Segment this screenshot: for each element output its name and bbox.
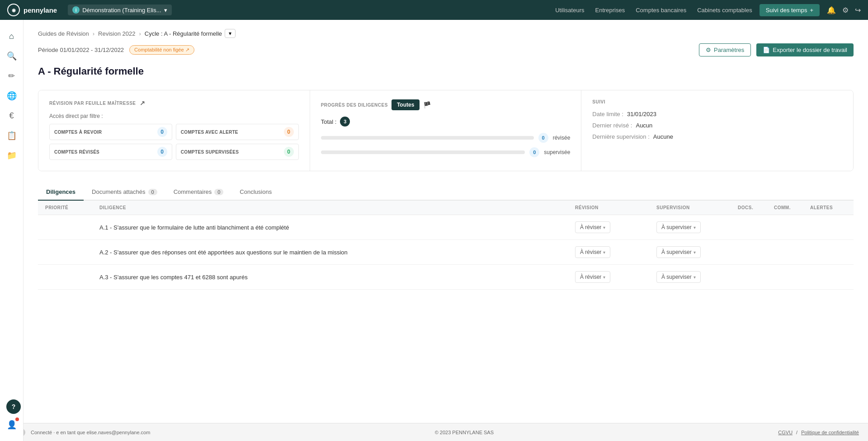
acces-label: Accès direct par filtre : (49, 113, 299, 119)
chevron-down-icon: ▾ (603, 275, 605, 280)
sidebar-item-edit[interactable]: ✏ (3, 67, 21, 85)
nav-comptes-bancaires[interactable]: Comptes bancaires (636, 7, 686, 14)
filter-comptes-supervises[interactable]: COMPTES SUPERVISÉES 0 (176, 144, 299, 160)
progress-row-revisee: 0 révisée (321, 133, 571, 143)
external-link-icon[interactable]: ↗ (140, 99, 146, 107)
top-navigation: ◉ pennylane i Démonstration (Training El… (0, 0, 868, 20)
row1-supervision: À superviser ▾ (656, 221, 738, 233)
logo-icon: ◉ (7, 4, 20, 16)
demo-selector[interactable]: i Démonstration (Training Elis... ▾ (68, 5, 171, 15)
filter-supervises-badge: 0 (284, 147, 294, 157)
row1-revision: À réviser ▾ (575, 221, 656, 233)
tab-commentaires[interactable]: Commentaires 0 (165, 184, 232, 201)
nav-cabinets-comptables[interactable]: Cabinets comptables (697, 7, 752, 14)
revision-card-title: RÉVISION PAR FEUILLE MAÎTRESSE ↗ (49, 99, 299, 107)
progress-row-supervisee: 0 supervisée (321, 147, 571, 157)
footer: Connecté · e en tant que elise.naves@pen… (0, 423, 868, 441)
breadcrumb-dropdown-btn[interactable]: ▾ (225, 29, 236, 38)
comptabilite-badge[interactable]: Comptabilité non figée ↗ (129, 45, 194, 55)
suivi-supervision-value: Aucune (653, 133, 673, 140)
chevron-down-icon: ▾ (693, 225, 696, 230)
sidebar-item-user[interactable]: 👤 (3, 416, 21, 434)
supervision-select-2[interactable]: À superviser ▾ (656, 246, 701, 258)
supervision-select-1[interactable]: À superviser ▾ (656, 221, 701, 233)
suivi-date-value: 31/01/2023 (627, 111, 656, 117)
gear-icon[interactable]: ⚙ (842, 6, 849, 14)
col-priorite: PRIORITÉ (45, 205, 99, 210)
tabs: Diligences Documents attachés 0 Commenta… (38, 184, 854, 201)
revision-value-3: À réviser (580, 274, 601, 280)
row3-supervision: À superviser ▾ (656, 271, 738, 283)
footer-politique[interactable]: Politique de confidentialité (801, 430, 859, 435)
filter-revoir-label: COMPTES À REVOIR (54, 130, 102, 135)
suivi-date-limite: Date limite : 31/01/2023 (592, 111, 842, 117)
exporter-button[interactable]: 📄 Exporter le dossier de travail (756, 43, 854, 56)
toutes-button[interactable]: Toutes (392, 99, 420, 110)
tab-diligences[interactable]: Diligences (38, 184, 84, 201)
comptabilite-label: Comptabilité non figée ↗ (134, 47, 189, 53)
progress-bar-supervisee (321, 150, 525, 154)
sidebar-item-home[interactable]: ⌂ (3, 27, 21, 45)
tab-conclusions-label: Conclusions (240, 188, 272, 195)
tab-conclusions[interactable]: Conclusions (231, 184, 280, 201)
footer-cgvu[interactable]: CGVU (778, 430, 793, 435)
breadcrumb-current: Cycle : A - Régularité formelle ▾ (145, 29, 236, 38)
filter-comptes-revoir[interactable]: COMPTES À REVOIR 0 (49, 124, 172, 140)
col-diligence: DILIGENCE (99, 205, 575, 210)
suivi-supervision-label: Dernière supervision : (592, 133, 649, 140)
filter-comptes-alerte[interactable]: COMPTES AVEC ALERTE 0 (176, 124, 299, 140)
total-badge: 3 (340, 117, 350, 127)
revision-card: RÉVISION PAR FEUILLE MAÎTRESSE ↗ Accès d… (38, 90, 310, 171)
cards-row: RÉVISION PAR FEUILLE MAÎTRESSE ↗ Accès d… (38, 90, 854, 171)
supervision-value-2: À superviser (661, 249, 692, 255)
tab-documents[interactable]: Documents attachés 0 (84, 184, 165, 201)
logout-icon[interactable]: ↪ (855, 6, 861, 14)
supervision-value-3: À superviser (661, 274, 692, 280)
sidebar-item-globe[interactable]: 🌐 (3, 87, 21, 105)
suivi-revise-value: Aucun (636, 122, 652, 129)
progress-card-title: PROGRÈS DES DILIGENCES Toutes 🏴 (321, 99, 571, 110)
sidebar-item-book[interactable]: 📋 (3, 127, 21, 145)
flag-icon[interactable]: 🏴 (423, 101, 431, 108)
help-button[interactable]: ? (6, 399, 21, 414)
nav-entreprises[interactable]: Entreprises (595, 7, 625, 14)
filter-grid: COMPTES À REVOIR 0 COMPTES AVEC ALERTE 0… (49, 124, 299, 160)
footer-connected-text: Connecté · e en tant que elise.naves@pen… (31, 430, 150, 435)
logo[interactable]: ◉ pennylane (7, 4, 57, 16)
sidebar-item-folder[interactable]: 📁 (3, 146, 21, 164)
chevron-down-icon: ▾ (164, 7, 167, 14)
sidebar-item-search[interactable]: 🔍 (3, 47, 21, 65)
revision-select-1[interactable]: À réviser ▾ (575, 221, 610, 233)
nav-utilisateurs[interactable]: Utilisateurs (555, 7, 584, 14)
progress-bar-revisee (321, 136, 534, 140)
footer-copyright: © 2023 PENNYLANE SAS (435, 430, 494, 435)
revision-select-2[interactable]: À réviser ▾ (575, 246, 610, 258)
breadcrumb-revision[interactable]: Revision 2022 (98, 30, 135, 37)
bell-icon[interactable]: 🔔 (827, 6, 836, 14)
supervision-select-3[interactable]: À superviser ▾ (656, 271, 701, 283)
table-header: PRIORITÉ DILIGENCE RÉVISION SUPERVISION … (38, 201, 854, 215)
revision-select-3[interactable]: À réviser ▾ (575, 271, 610, 283)
filter-comptes-revises[interactable]: COMPTES RÉVISÉS 0 (49, 144, 172, 160)
chevron-down-icon: ▾ (693, 250, 696, 255)
row3-revision: À réviser ▾ (575, 271, 656, 283)
period-left: Période 01/01/2022 - 31/12/2022 Comptabi… (38, 45, 194, 55)
sidebar-item-euro[interactable]: € (3, 107, 21, 125)
user-badge (15, 418, 19, 421)
breadcrumb-guides[interactable]: Guides de Révision (38, 30, 89, 37)
total-row: Total : 3 (321, 117, 571, 127)
logo-text: pennylane (24, 6, 57, 14)
filter-alerte-badge: 0 (284, 127, 294, 137)
progress-value-supervisee: 0 (529, 147, 539, 157)
suivi-temps-button[interactable]: Suivi des temps + (760, 4, 820, 16)
progress-label-supervisee: supervisée (544, 149, 570, 155)
suivi-card: SUIVI Date limite : 31/01/2023 Dernier r… (581, 90, 853, 171)
parametres-button[interactable]: ⚙ Paramètres (699, 43, 751, 56)
suivi-derniere-supervision: Dernière supervision : Aucune (592, 133, 842, 140)
suivi-label: Suivi des temps (766, 7, 807, 14)
tab-commentaires-label: Commentaires (174, 188, 212, 195)
breadcrumb: Guides de Révision › Revision 2022 › Cyc… (38, 29, 854, 38)
revision-value-2: À réviser (580, 249, 601, 255)
col-alertes: ALERTES (810, 205, 846, 210)
page-title: A - Régularité formelle (38, 66, 854, 77)
